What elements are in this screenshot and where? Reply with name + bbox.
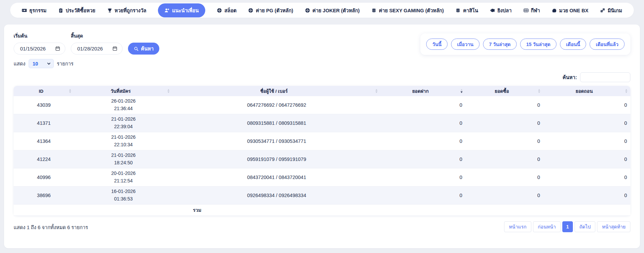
column-header-deposit[interactable]: ยอดฝาก <box>381 86 466 96</box>
table-row: 3869616-01-202601:36:530926498334 / 0926… <box>14 187 630 205</box>
nav-tab-casino[interactable]: คาสิโน <box>455 6 478 14</box>
coins-icon <box>371 8 376 13</box>
column-header-withdraw[interactable]: ยอดถอน <box>543 86 630 96</box>
page-size-value: 10 <box>33 61 38 66</box>
cell-deposit: 0 <box>381 96 466 114</box>
column-header-label: ยอดซื้อ <box>495 89 509 94</box>
sort-arrows-icon <box>538 89 540 93</box>
register-date: 21-01-2026 <box>74 152 173 159</box>
sort-down-icon <box>461 91 463 93</box>
sort-up-icon <box>69 89 71 91</box>
total-label: รวม <box>14 205 381 216</box>
sort-down-icon <box>69 91 71 93</box>
quick-range-last-month[interactable]: เดือนที่แล้ว <box>590 39 625 50</box>
cell-username: 0926498334 / 0926498334 <box>173 187 381 205</box>
nav-tab-joker-camp[interactable]: ค่าย JOKER (ตัวหลัก) <box>305 6 360 14</box>
nav-tab-label: หวยที่ถูกรางวัล <box>115 6 146 14</box>
pagination-prev-button[interactable]: ก่อนหน้า <box>533 221 561 232</box>
nav-tab-winning-lottery[interactable]: หวยที่ถูกรางวัล <box>107 6 146 14</box>
register-date: 20-01-2026 <box>74 170 173 177</box>
nav-tab-label: สล็อต <box>224 6 237 14</box>
money-icon <box>22 8 27 13</box>
nav-tab-label: แนะนำเพื่อน <box>172 6 198 14</box>
pagination-first-button[interactable]: หน้าแรก <box>504 221 531 232</box>
register-time: 21:36:44 <box>74 105 173 113</box>
nav-tab-sports[interactable]: กีฬา <box>524 6 540 14</box>
quick-range-today[interactable]: วันนี้ <box>426 39 448 50</box>
quick-range-yesterday[interactable]: เมื่อวาน <box>451 39 480 50</box>
page-size-select[interactable]: 10 <box>29 59 54 68</box>
cell-buy: 0 <box>466 114 543 132</box>
quick-range-last-7-days[interactable]: 7 วันล่าสุด <box>483 39 517 50</box>
column-header-buy[interactable]: ยอดซื้อ <box>466 86 543 96</box>
page-size-suffix: รายการ <box>57 60 74 68</box>
cell-withdraw: 0 <box>543 96 630 114</box>
table-search-label: ค้นหา: <box>563 73 577 81</box>
sort-arrows-icon <box>625 89 627 93</box>
column-header-date[interactable]: วันที่สมัคร <box>74 86 173 96</box>
end-date-label: สิ้นสุด <box>71 32 123 40</box>
cell-id: 40996 <box>14 168 74 187</box>
pagination-next-button[interactable]: ถัดไป <box>575 221 596 232</box>
cell-id: 38696 <box>14 187 74 205</box>
cell-register-date: 21-01-202622:10:34 <box>74 132 173 150</box>
nav-tab-transactions[interactable]: ธุรกรรม <box>22 6 47 14</box>
start-date-input[interactable]: 01/15/2026 <box>14 43 65 55</box>
cell-deposit: 0 <box>381 114 466 132</box>
sort-arrows-icon <box>461 89 463 93</box>
sort-arrows-icon <box>167 89 170 93</box>
referral-table: IDวันที่สมัครชื่อผู้ใช้ / เบอร์ยอดฝากยอด… <box>14 86 630 216</box>
cell-username: 0809315881 / 0809315881 <box>173 114 381 132</box>
register-date: 26-01-2026 <box>74 98 173 105</box>
nav-tab-pg-camp[interactable]: ค่าย PG (ตัวหลัก) <box>248 6 293 14</box>
nav-tab-label: กีฬา <box>531 6 540 14</box>
nav-tab-label: ยิงปลา <box>497 6 512 14</box>
end-date-value: 01/28/2026 <box>77 46 103 51</box>
nav-tab-lottery-history[interactable]: ประวัติซื้อหวย <box>58 6 95 14</box>
table-row: 4136421-01-202622:10:340930534771 / 0930… <box>14 132 630 150</box>
start-date-group: เริ่มต้น 01/15/2026 <box>14 32 65 55</box>
nav-tab-boxing[interactable]: มวย ONE BX <box>552 6 589 14</box>
pagination-last-button[interactable]: หน้าสุดท้าย <box>597 221 630 232</box>
search-button[interactable]: ค้นหา <box>128 43 159 55</box>
cell-register-date: 21-01-202622:39:04 <box>74 114 173 132</box>
pagination-page-button[interactable]: 1 <box>562 221 573 232</box>
table-search-input[interactable] <box>580 72 630 82</box>
nav-tab-slots[interactable]: สล็อต <box>217 6 237 14</box>
nav-tab-sexy-gaming-camp[interactable]: ค่าย SEXY GAMING (ตัวหลัก) <box>371 6 444 14</box>
nav-tab-fish-shooting[interactable]: ยิงปลา <box>490 6 512 14</box>
quick-range-last-15-days[interactable]: 15 วันล่าสุด <box>520 39 557 50</box>
quick-range-this-month[interactable]: เดือนนี้ <box>560 39 586 50</box>
column-header-label: ยอดฝาก <box>412 89 429 94</box>
column-header-id[interactable]: ID <box>14 86 74 96</box>
pagination: หน้าแรกก่อนหน้า1ถัดไปหน้าสุดท้าย <box>502 221 630 232</box>
cell-deposit: 0 <box>381 132 466 150</box>
dice-icon <box>600 8 605 13</box>
search-button-label: ค้นหา <box>141 45 154 53</box>
chip-icon <box>248 8 253 13</box>
register-time: 22:39:04 <box>74 123 173 131</box>
cell-id: 41224 <box>14 150 74 168</box>
table-row: 4303926-01-202621:36:440647276692 / 0647… <box>14 96 630 114</box>
nav-tab-refer-friend[interactable]: แนะนำเพื่อน <box>158 3 205 17</box>
sort-down-icon <box>167 91 170 93</box>
calendar-icon[interactable] <box>55 46 60 51</box>
register-time: 22:10:34 <box>74 141 173 149</box>
register-time: 01:36:53 <box>74 195 173 203</box>
cell-buy: 0 <box>466 96 543 114</box>
cell-username: 0843720041 / 0843720041 <box>173 168 381 187</box>
cell-withdraw: 0 <box>543 187 630 205</box>
nav-tab-label: คาสิโน <box>463 6 478 14</box>
register-date: 21-01-2026 <box>74 116 173 123</box>
column-header-user[interactable]: ชื่อผู้ใช้ / เบอร์ <box>173 86 381 96</box>
start-date-value: 01/15/2026 <box>20 46 46 51</box>
table-row: 4137121-01-202622:39:040809315881 / 0809… <box>14 114 630 132</box>
cell-username: 0647276692 / 0647276692 <box>173 96 381 114</box>
nav-tab-minigames[interactable]: มินิเกม <box>600 6 622 14</box>
content-card: เริ่มต้น 01/15/2026 สิ้นสุด 01/28/2026 ค… <box>4 25 640 248</box>
calendar-icon[interactable] <box>112 46 117 51</box>
cell-deposit: 0 <box>381 168 466 187</box>
table-info: แสดง 1 ถึง 6 จากทั้งหมด 6 รายการ <box>14 221 88 231</box>
clipboard-icon <box>58 8 63 13</box>
end-date-input[interactable]: 01/28/2026 <box>71 43 123 55</box>
